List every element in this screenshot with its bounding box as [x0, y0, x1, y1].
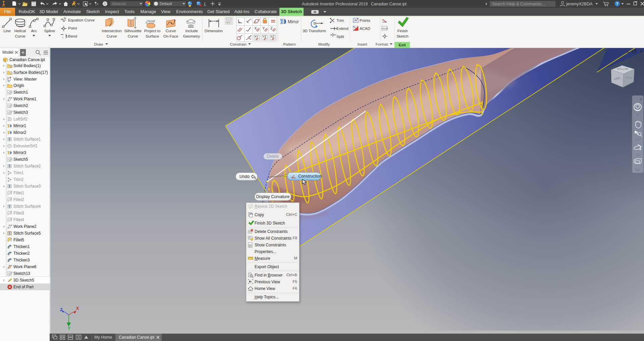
svg-text:Point: Point	[68, 26, 77, 30]
svg-text:Default: Default	[160, 2, 172, 6]
svg-text:Z: Z	[270, 26, 273, 30]
svg-text:Exit: Exit	[398, 43, 406, 47]
svg-text:?: ?	[616, 2, 618, 6]
svg-text:X: X	[254, 26, 257, 30]
svg-text:X: X	[76, 306, 79, 311]
svg-text:Curve: Curve	[15, 34, 25, 38]
svg-text:Constrain: Constrain	[230, 42, 246, 46]
svg-text:YZ: YZ	[263, 35, 266, 38]
svg-text:XY: XY	[255, 35, 259, 38]
svg-text:Intersection: Intersection	[102, 29, 121, 33]
svg-text:LEFT: LEFT	[614, 77, 620, 80]
svg-text:Modify: Modify	[318, 42, 330, 46]
svg-text:Silhouette: Silhouette	[124, 29, 141, 33]
svg-text:3D Transform: 3D Transform	[303, 29, 326, 33]
svg-text:BOTTOM: BOTTOM	[617, 67, 628, 70]
svg-text:BACK: BACK	[625, 76, 632, 79]
svg-text:PRO: PRO	[2, 5, 5, 7]
svg-text:Sketch: Sketch	[396, 34, 408, 38]
svg-text:ACAD: ACAD	[360, 27, 370, 31]
svg-text:Mirror: Mirror	[288, 19, 299, 24]
svg-text:Dimension: Dimension	[205, 29, 223, 33]
svg-text:Arc: Arc	[31, 29, 37, 33]
svg-text:Curve: Curve	[107, 34, 117, 38]
svg-text:Split: Split	[336, 35, 344, 39]
svg-text:Curve: Curve	[128, 34, 138, 38]
svg-text:Format: Format	[376, 42, 388, 46]
svg-text:Draw: Draw	[94, 42, 104, 46]
svg-text:On Face: On Face	[163, 34, 178, 38]
svg-text:Bend: Bend	[68, 34, 77, 38]
svg-text:XZ: XZ	[271, 35, 274, 38]
svg-text:Spline: Spline	[44, 29, 55, 33]
svg-text:Include: Include	[185, 29, 198, 33]
svg-text:Trim: Trim	[336, 18, 344, 22]
svg-text:Line: Line	[3, 29, 11, 33]
svg-text:Search Help & Commands...: Search Help & Commands...	[492, 2, 545, 6]
svg-text:Y: Y	[68, 326, 70, 331]
svg-text:Surface: Surface	[146, 34, 159, 38]
svg-text:Curve: Curve	[166, 29, 176, 33]
svg-text:Points: Points	[360, 18, 370, 22]
svg-text:fx: fx	[64, 17, 66, 20]
svg-text:Y: Y	[262, 26, 265, 30]
svg-text:Extend: Extend	[336, 27, 348, 31]
svg-text:Insert: Insert	[358, 42, 368, 46]
svg-text:Material: Material	[112, 2, 126, 6]
svg-text:Finish: Finish	[397, 29, 408, 33]
svg-text:Helical: Helical	[14, 29, 26, 33]
svg-text:jeremyX2BDA: jeremyX2BDA	[566, 2, 593, 6]
svg-text:Geometry: Geometry	[183, 34, 200, 38]
svg-text:Z: Z	[60, 307, 62, 312]
svg-text:Pattern: Pattern	[283, 42, 296, 46]
svg-text:Project to: Project to	[144, 29, 161, 33]
svg-text:fx: fx	[204, 2, 206, 7]
svg-text:Equation Curve: Equation Curve	[68, 18, 95, 22]
